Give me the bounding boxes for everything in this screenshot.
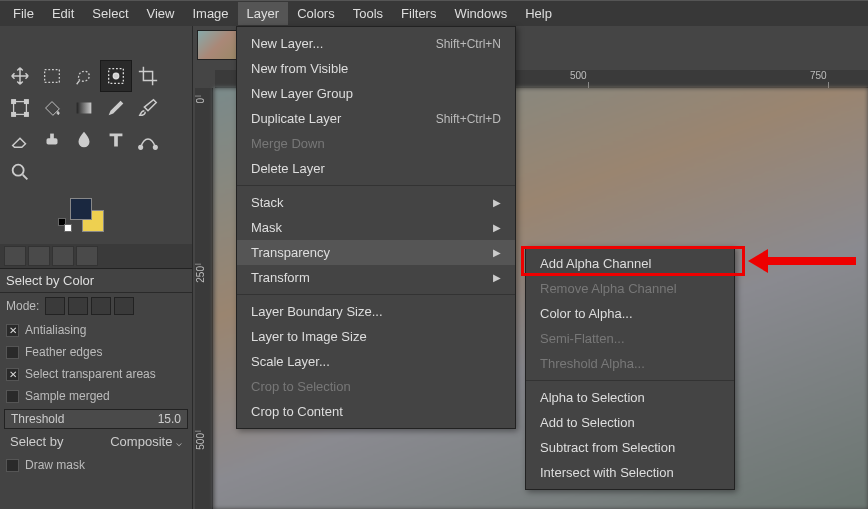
transp-label: Select transparent areas: [25, 367, 156, 381]
menuitem-mask[interactable]: Mask▶: [237, 215, 515, 240]
menuitem-add-alpha-channel[interactable]: Add Alpha Channel: [526, 251, 734, 276]
history-tab-icon[interactable]: [52, 246, 74, 266]
menuitem-layer-boundary-size[interactable]: Layer Boundary Size...: [237, 299, 515, 324]
feather-checkbox[interactable]: [6, 346, 19, 359]
menu-layer[interactable]: Layer: [238, 2, 289, 25]
images-tab-icon[interactable]: [76, 246, 98, 266]
menuitem-threshold-alpha: Threshold Alpha...: [526, 351, 734, 376]
menu-separator: [237, 294, 515, 295]
sample-row[interactable]: Sample merged: [0, 385, 192, 407]
menu-filters[interactable]: Filters: [392, 2, 445, 25]
menuitem-label: Add to Selection: [540, 415, 635, 430]
menuitem-transparency[interactable]: Transparency▶: [237, 240, 515, 265]
menuitem-label: Delete Layer: [251, 161, 325, 176]
select-by-color-tool-icon[interactable]: [100, 60, 132, 92]
menuitem-delete-layer[interactable]: Delete Layer: [237, 156, 515, 181]
ruler-tick: 0: [195, 98, 213, 104]
left-dock: Select by Color Mode: Antialiasing Feath…: [0, 26, 193, 509]
svg-point-12: [154, 146, 158, 150]
mode-intersect-icon[interactable]: [114, 297, 134, 315]
selectby-combo[interactable]: Select by Composite ⌵: [4, 431, 188, 452]
wilber-logo: [0, 26, 192, 58]
menu-help[interactable]: Help: [516, 2, 561, 25]
transp-checkbox[interactable]: [6, 368, 19, 381]
svg-point-11: [139, 146, 143, 150]
menuitem-semi-flatten: Semi-Flatten...: [526, 326, 734, 351]
menuitem-add-to-selection[interactable]: Add to Selection: [526, 410, 734, 435]
feather-row[interactable]: Feather edges: [0, 341, 192, 363]
menuitem-label: Layer Boundary Size...: [251, 304, 383, 319]
devices-tab-icon[interactable]: [28, 246, 50, 266]
menu-edit[interactable]: Edit: [43, 2, 83, 25]
menuitem-layer-to-image-size[interactable]: Layer to Image Size: [237, 324, 515, 349]
menuitem-new-from-visible[interactable]: New from Visible: [237, 56, 515, 81]
menuitem-duplicate-layer[interactable]: Duplicate LayerShift+Ctrl+D: [237, 106, 515, 131]
svg-rect-8: [77, 103, 92, 114]
fg-color-swatch[interactable]: [70, 198, 92, 220]
crop-tool-icon[interactable]: [132, 60, 164, 92]
drawmask-label: Draw mask: [25, 458, 85, 472]
path-tool-icon[interactable]: [132, 124, 164, 156]
threshold-slider[interactable]: Threshold 15.0: [4, 409, 188, 429]
menuitem-label: Crop to Selection: [251, 379, 351, 394]
zoom-tool-icon[interactable]: [4, 156, 36, 188]
ruler-tick: 500: [570, 70, 587, 88]
antialias-row[interactable]: Antialiasing: [0, 319, 192, 341]
gradient-tool-icon[interactable]: [68, 92, 100, 124]
menu-select[interactable]: Select: [83, 2, 137, 25]
mode-replace-icon[interactable]: [45, 297, 65, 315]
sample-checkbox[interactable]: [6, 390, 19, 403]
menuitem-accel: Shift+Ctrl+N: [436, 37, 501, 51]
menuitem-alpha-to-selection[interactable]: Alpha to Selection: [526, 385, 734, 410]
menuitem-stack[interactable]: Stack▶: [237, 190, 515, 215]
transp-row[interactable]: Select transparent areas: [0, 363, 192, 385]
menuitem-scale-layer[interactable]: Scale Layer...: [237, 349, 515, 374]
menuitem-label: Alpha to Selection: [540, 390, 645, 405]
menu-view[interactable]: View: [138, 2, 184, 25]
tool-options-tab-icon[interactable]: [4, 246, 26, 266]
rect-select-tool-icon[interactable]: [36, 60, 68, 92]
drawmask-checkbox[interactable]: [6, 459, 19, 472]
menu-image[interactable]: Image: [183, 2, 237, 25]
mode-add-icon[interactable]: [68, 297, 88, 315]
threshold-value: 15.0: [158, 412, 181, 426]
selectby-value: Composite: [110, 434, 172, 449]
menuitem-transform[interactable]: Transform▶: [237, 265, 515, 290]
mode-row: Mode:: [0, 293, 192, 319]
menu-tools[interactable]: Tools: [344, 2, 392, 25]
eraser-tool-icon[interactable]: [4, 124, 36, 156]
clone-tool-icon[interactable]: [36, 124, 68, 156]
pencil-tool-icon[interactable]: [100, 92, 132, 124]
menu-file[interactable]: File: [4, 2, 43, 25]
submenu-arrow-icon: ▶: [493, 222, 501, 233]
menuitem-crop-to-content[interactable]: Crop to Content: [237, 399, 515, 424]
layer-menu: New Layer...Shift+Ctrl+NNew from Visible…: [236, 26, 516, 429]
free-select-tool-icon[interactable]: [68, 60, 100, 92]
menuitem-label: Subtract from Selection: [540, 440, 675, 455]
menuitem-new-layer[interactable]: New Layer...Shift+Ctrl+N: [237, 31, 515, 56]
transparency-submenu: Add Alpha ChannelRemove Alpha ChannelCol…: [525, 246, 735, 490]
smudge-tool-icon[interactable]: [68, 124, 100, 156]
bucket-fill-tool-icon[interactable]: [36, 92, 68, 124]
menu-colors[interactable]: Colors: [288, 2, 344, 25]
sample-label: Sample merged: [25, 389, 110, 403]
menuitem-color-to-alpha[interactable]: Color to Alpha...: [526, 301, 734, 326]
menuitem-intersect-with-selection[interactable]: Intersect with Selection: [526, 460, 734, 485]
drawmask-row[interactable]: Draw mask: [0, 454, 192, 476]
menuitem-subtract-from-selection[interactable]: Subtract from Selection: [526, 435, 734, 460]
svg-rect-5: [25, 100, 29, 104]
text-tool-icon[interactable]: [100, 124, 132, 156]
menu-windows[interactable]: Windows: [445, 2, 516, 25]
antialias-checkbox[interactable]: [6, 324, 19, 337]
image-thumbnail[interactable]: [197, 30, 239, 60]
menuitem-new-layer-group[interactable]: New Layer Group: [237, 81, 515, 106]
svg-point-2: [113, 73, 119, 79]
transform-tool-icon[interactable]: [4, 92, 36, 124]
paintbrush-tool-icon[interactable]: [132, 92, 164, 124]
color-swatches[interactable]: [70, 198, 110, 234]
svg-rect-6: [12, 113, 16, 117]
menuitem-label: Crop to Content: [251, 404, 343, 419]
mode-subtract-icon[interactable]: [91, 297, 111, 315]
move-tool-icon[interactable]: [4, 60, 36, 92]
menuitem-label: Remove Alpha Channel: [540, 281, 677, 296]
